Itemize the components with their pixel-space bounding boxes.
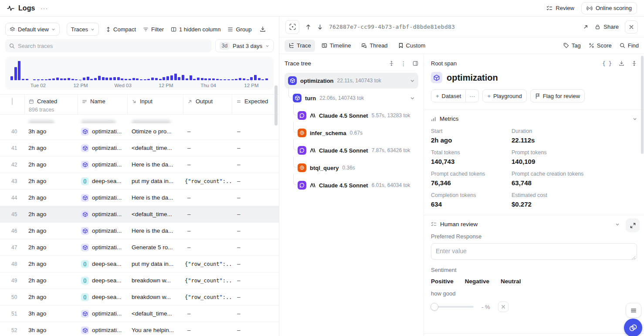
sentiment-option-positive[interactable]: Positive xyxy=(431,278,454,285)
trace-tree-span[interactable]: optimization22.11s, 140743 tok xyxy=(285,73,418,88)
row-created: 2h ago xyxy=(24,161,78,168)
column-header-expected[interactable]: Expected xyxy=(232,95,279,114)
column-header-output[interactable]: Output xyxy=(183,95,232,114)
review-button[interactable]: Review xyxy=(546,5,574,11)
trace-tree-span[interactable]: btql_query0.36s xyxy=(285,160,418,176)
group-button[interactable]: Group xyxy=(227,26,251,33)
table-row[interactable]: 442h agooptimizati...Here is the da...–– xyxy=(0,190,279,206)
next-trace-button[interactable] xyxy=(317,24,323,30)
axis-label: 12 PM xyxy=(244,83,258,88)
metric-item: Prompt tokens140,109 xyxy=(512,149,637,165)
table-row[interactable]: 403h agooptimizati...Otimize o pro...–– xyxy=(0,123,279,140)
row-input: put my data in... xyxy=(127,178,183,184)
share-button[interactable]: Share xyxy=(595,24,619,30)
close-panel-button[interactable] xyxy=(625,20,638,34)
open-in-new-icon[interactable] xyxy=(583,24,589,30)
side-menu-button[interactable] xyxy=(626,303,641,318)
expand-review-button[interactable] xyxy=(626,218,640,232)
column-header-name[interactable]: Name xyxy=(78,95,127,114)
select-all-checkbox[interactable] xyxy=(12,98,13,105)
table-row[interactable]: 422h agooptimizati...Here is the da...–– xyxy=(0,156,279,173)
filter-button[interactable]: Filter xyxy=(143,26,164,33)
chevron-down-icon xyxy=(615,222,620,227)
column-header-input[interactable]: Input xyxy=(127,95,183,114)
braintrust-logo-button[interactable] xyxy=(624,319,642,336)
find-button[interactable]: Find xyxy=(620,42,639,49)
trace-tree-span[interactable]: Claude 4.5 Sonnet7.87s, 63426 tok xyxy=(285,143,418,158)
search-traces-box[interactable] xyxy=(5,39,212,52)
column-header-created[interactable]: Created 896 traces xyxy=(24,95,78,114)
row-input: Here is the da... xyxy=(127,227,183,234)
traces-histogram[interactable]: Tue 0212 PMWed 0312 PMThu 0412 PM xyxy=(5,57,274,90)
table-row[interactable]: 472h agooptimizati...Generate 5 ro...–– xyxy=(0,239,279,256)
chevron-down-icon[interactable] xyxy=(410,96,415,101)
expand-all-icon[interactable] xyxy=(389,61,394,66)
tag-button[interactable]: Tag xyxy=(563,42,581,49)
table-row[interactable]: 412h agooptimizati...<default_time...–– xyxy=(0,140,279,156)
left-scrollbar-thumb[interactable] xyxy=(275,85,278,126)
json-view-icon[interactable]: { } xyxy=(602,61,612,67)
panel-toggle-icon[interactable] xyxy=(413,61,418,66)
histogram-bar xyxy=(182,75,184,80)
tab-custom[interactable]: Custom xyxy=(394,40,430,52)
sentiment-option-negative[interactable]: Negative xyxy=(465,278,489,285)
table-row[interactable]: 513h agooptimizati...<default_time...–– xyxy=(0,305,279,322)
axis-tick xyxy=(166,80,166,82)
histogram-bar xyxy=(14,67,17,80)
human-review-section-header[interactable]: Human review xyxy=(431,221,637,227)
compact-toggle[interactable]: Compact xyxy=(106,26,136,33)
playground-button[interactable]: +Playground xyxy=(482,89,526,102)
download-span-icon[interactable] xyxy=(619,61,624,66)
row-input: breakdown w... xyxy=(127,277,183,284)
row-created: 2h ago xyxy=(24,261,78,267)
view-dropdown[interactable]: Default view xyxy=(5,23,60,36)
clear-score-button[interactable] xyxy=(498,302,508,312)
download-button[interactable] xyxy=(260,26,266,32)
search-input[interactable] xyxy=(18,43,208,49)
slider-handle[interactable] xyxy=(430,303,438,311)
table-row[interactable]: 492h ago()deep-sea...breakdown w...{"row… xyxy=(0,272,279,289)
table-row[interactable]: 432h ago()deep-sea...put my data in...{"… xyxy=(0,173,279,190)
metric-item: Duration22.112s xyxy=(512,128,637,144)
score-slider[interactable] xyxy=(431,303,474,311)
add-to-dataset-button[interactable]: +Dataset xyxy=(431,89,466,102)
preferred-response-input[interactable] xyxy=(431,243,637,260)
score-label: how good xyxy=(431,290,637,297)
search-icon xyxy=(9,43,15,49)
tree-menu-icon[interactable]: ⋮ xyxy=(400,61,407,67)
trace-tree-span[interactable]: Claude 4.5 Sonnet5.57s, 13283 tok xyxy=(285,108,418,123)
page-menu-button[interactable]: ··· xyxy=(41,4,48,12)
tab-trace[interactable]: Trace xyxy=(285,40,315,52)
dataset-more-button[interactable]: ··· xyxy=(466,89,479,102)
table-row[interactable]: 502h ago()deep-sea...breakdown w...{"row… xyxy=(0,289,279,305)
chevron-down-icon[interactable] xyxy=(410,78,415,83)
time-range-dropdown[interactable]: 3d Past 3 days xyxy=(215,39,274,52)
anthropic-logo-icon xyxy=(310,113,315,118)
table-row[interactable]: 452h agooptimizati...<default_time...–– xyxy=(0,206,279,223)
move-span-icon[interactable] xyxy=(631,61,637,66)
right-scrollbar-thumb[interactable] xyxy=(641,56,644,154)
table-row[interactable]: 462h agooptimizati...Here is the da...–– xyxy=(0,223,279,239)
span-name: infer_schema xyxy=(310,130,346,136)
table-row[interactable]: 523h agooptimizati...You are helpin...–– xyxy=(0,322,279,336)
row-expected: – xyxy=(232,261,279,267)
online-scoring-button[interactable]: Online scoring xyxy=(581,2,637,14)
table-row[interactable]: 482h ago()deep-sea...put my data in...{"… xyxy=(0,256,279,272)
focus-trace-button[interactable] xyxy=(285,20,299,34)
histogram-bar xyxy=(235,79,237,80)
metrics-section-header[interactable]: Metrics xyxy=(431,115,637,122)
tab-thread[interactable]: Thread xyxy=(357,40,391,52)
score-button[interactable]: Score xyxy=(589,42,612,49)
trace-tree-span[interactable]: infer_schema0.67s xyxy=(285,125,418,141)
span-meta: 5.57s, 13283 tok xyxy=(372,112,410,119)
tab-timeline[interactable]: Timeline xyxy=(318,40,355,52)
metric-value: 634 xyxy=(431,200,512,208)
sentiment-option-neutral[interactable]: Neutral xyxy=(501,278,521,285)
prev-trace-button[interactable] xyxy=(305,24,311,30)
histogram-bar xyxy=(52,78,55,80)
flag-for-review-button[interactable]: Flag for review xyxy=(530,89,585,102)
hidden-columns-button[interactable]: 1 hidden column xyxy=(171,26,220,33)
traces-dropdown[interactable]: Traces xyxy=(67,23,99,36)
trace-tree-span[interactable]: Claude 4.5 Sonnet6.01s, 64034 tok xyxy=(285,177,418,193)
trace-tree-span[interactable]: turn22.06s, 140743 tok xyxy=(285,90,418,106)
